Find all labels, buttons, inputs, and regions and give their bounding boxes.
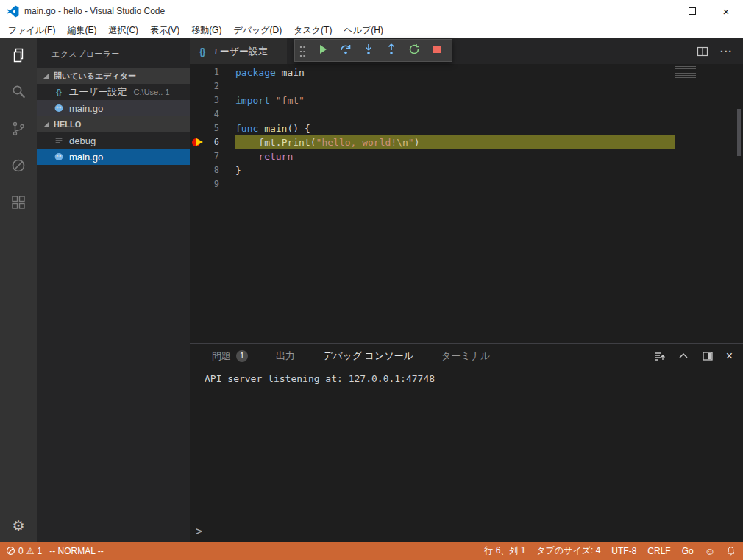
code-line: 9 [190, 177, 743, 191]
section-chevron-icon [43, 122, 49, 127]
editor-actions: ··· [697, 38, 743, 64]
code-text[interactable] [219, 177, 235, 191]
line-number[interactable]: 5 [190, 121, 219, 135]
minimize-button[interactable]: – [641, 0, 675, 22]
code-text[interactable]: fmt.Print("hello, world!\n") [219, 135, 419, 149]
code-line: 7 return [190, 149, 743, 163]
sidebar-item[interactable]: main.go [37, 100, 190, 116]
line-number[interactable]: 4 [190, 107, 219, 121]
code-line: 1package main [190, 65, 743, 79]
section-header[interactable]: HELLO [37, 116, 190, 132]
more-actions-icon[interactable]: ··· [720, 46, 733, 57]
panel-tab-label: 出力 [276, 350, 295, 363]
panel-tab[interactable]: 問題1 [212, 344, 248, 368]
sidebar-item[interactable]: main.go [37, 149, 190, 165]
debug-console-input[interactable]: > [196, 525, 202, 538]
code-token: func [235, 123, 258, 134]
menu-item[interactable]: ファイル(F) [2, 24, 61, 37]
breakpoint-current-line-marker[interactable] [192, 138, 207, 148]
minimap[interactable] [675, 66, 696, 79]
editor-scrollbar[interactable] [737, 109, 741, 156]
drag-handle[interactable] [299, 44, 306, 57]
code-text[interactable]: package main [219, 65, 305, 79]
code-token: return [235, 151, 293, 162]
clear-console-icon[interactable] [653, 350, 665, 362]
maximize-button[interactable] [675, 0, 709, 22]
menu-item[interactable]: 移動(G) [185, 24, 227, 37]
code-text[interactable]: } [219, 163, 241, 177]
sidebar-item[interactable]: {}ユーザー設定C:\Use.. 1 [37, 84, 190, 100]
sidebar-item-label: main.go [69, 152, 103, 163]
activitybar-item-source-control[interactable] [0, 112, 37, 149]
debug-step-out-button[interactable] [381, 41, 401, 60]
code-text[interactable] [219, 79, 235, 93]
sidebar-item[interactable]: debug [37, 132, 190, 149]
code-text[interactable]: return [219, 149, 293, 163]
menu-item[interactable]: 編集(E) [61, 24, 102, 37]
menu-item[interactable]: タスク(T) [288, 24, 338, 37]
section-label: 開いているエディター [54, 71, 136, 82]
feedback-smiley-icon[interactable]: ☺ [705, 545, 715, 557]
split-editor-icon[interactable] [697, 46, 708, 57]
eol-status[interactable]: CRLF [647, 546, 670, 556]
titlebar: main.go - hello - Visual Studio Code – × [0, 0, 743, 22]
activitybar-item-search[interactable] [0, 75, 37, 112]
menu-item[interactable]: ヘルプ(H) [338, 24, 389, 37]
code-text[interactable]: func main() { [219, 121, 310, 135]
language-status[interactable]: Go [682, 546, 694, 556]
code-editor[interactable]: 1package main23import "fmt"45func main()… [190, 64, 743, 343]
activitybar-item-explorer[interactable] [0, 38, 37, 75]
debug-stop-button[interactable] [427, 41, 447, 60]
line-number[interactable]: 1 [190, 65, 219, 79]
line-number[interactable]: 2 [190, 79, 219, 93]
vscode-window: main.go - hello - Visual Studio Code – ×… [0, 0, 743, 560]
go-icon [53, 152, 64, 162]
settings-button[interactable]: ⚙ [0, 517, 37, 534]
vscode-logo-icon [7, 5, 19, 18]
close-panel-icon[interactable]: × [726, 350, 733, 362]
panel-tab-label: デバッグ コンソール [323, 350, 413, 363]
code-token: main [276, 67, 305, 78]
section-header[interactable]: 開いているエディター [37, 68, 190, 84]
debug-step-over-button[interactable] [335, 41, 355, 60]
tab-user-settings[interactable]: {} ユーザー設定 [190, 38, 287, 64]
indentation-status[interactable]: タブのサイズ: 4 [536, 545, 600, 557]
panel-tab[interactable]: ターミナル [441, 344, 490, 368]
notifications-bell-icon[interactable] [726, 546, 736, 556]
window-controls: – × [641, 0, 743, 22]
maximize-panel-icon[interactable] [678, 350, 689, 362]
sidebar-explorer: エクスプローラー 開いているエディター{}ユーザー設定C:\Use.. 1mai… [37, 38, 190, 542]
warning-count: 1 [37, 546, 42, 556]
debug-toolbar [294, 39, 452, 62]
encoding-status[interactable]: UTF-8 [611, 546, 636, 556]
problems-status[interactable]: 0 ⚠ 1 [6, 546, 42, 556]
error-count: 0 [18, 546, 24, 556]
activitybar-item-extensions[interactable] [0, 185, 37, 222]
cursor-position[interactable]: 行 6、列 1 [484, 545, 525, 557]
debug-step-into-button[interactable] [358, 41, 378, 60]
line-number[interactable]: 9 [190, 177, 219, 191]
debug-restart-button[interactable] [404, 41, 424, 60]
line-number[interactable]: 3 [190, 93, 219, 107]
debug-continue-button[interactable] [313, 41, 333, 60]
menu-item[interactable]: デバッグ(D) [227, 24, 288, 37]
activitybar-item-debug[interactable] [0, 149, 37, 185]
tab-label: ユーザー設定 [210, 45, 268, 58]
close-button[interactable]: × [709, 0, 743, 22]
extensions-icon [10, 194, 27, 214]
panel-tab[interactable]: 出力 [276, 344, 295, 368]
code-line: 5func main() { [190, 121, 743, 135]
line-number[interactable]: 7 [190, 149, 219, 163]
code-text[interactable]: import "fmt" [219, 93, 305, 107]
code-text[interactable] [219, 107, 235, 121]
sidebar-item-label: main.go [69, 103, 103, 114]
panel-tab[interactable]: デバッグ コンソール [323, 344, 413, 368]
go-icon [53, 103, 64, 113]
line-number[interactable]: 8 [190, 163, 219, 177]
warning-icon: ⚠ [26, 546, 35, 556]
menu-item[interactable]: 表示(V) [144, 24, 185, 37]
panel-layout-icon[interactable] [702, 350, 714, 362]
activitybar-items [0, 38, 37, 222]
menu-item[interactable]: 選択(C) [102, 24, 144, 37]
activitybar: ⚙ [0, 38, 37, 542]
